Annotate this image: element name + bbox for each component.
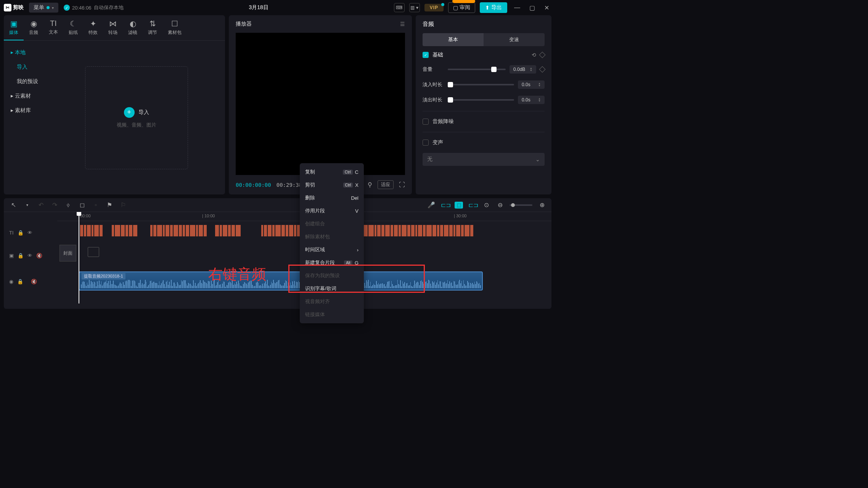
text-clip[interactable] — [174, 225, 178, 236]
magnet-icon[interactable]: ⊏⊐ — [441, 201, 449, 209]
text-clip[interactable] — [84, 225, 86, 236]
preview-icon[interactable]: ⊙ — [482, 201, 490, 209]
text-clip[interactable] — [449, 225, 453, 236]
lock-icon[interactable]: 🔒 — [18, 230, 24, 236]
text-clip[interactable] — [411, 225, 415, 236]
voice-select[interactable]: 无 ⌄ — [423, 153, 545, 166]
text-clip[interactable] — [220, 225, 222, 236]
text-clip[interactable] — [281, 225, 285, 236]
text-clip[interactable] — [402, 225, 407, 236]
text-clip[interactable] — [399, 225, 401, 236]
text-clip[interactable] — [377, 225, 381, 236]
tab-basic[interactable]: 基本 — [423, 33, 484, 46]
sidebar-item[interactable]: ▸ 本地 — [4, 45, 48, 60]
playhead[interactable] — [79, 212, 79, 303]
text-clip[interactable] — [215, 225, 219, 236]
text-clip[interactable] — [153, 225, 156, 236]
text-clip[interactable] — [286, 225, 288, 236]
zoom-out-icon[interactable]: ⊖ — [496, 201, 504, 209]
chevron-down-icon[interactable]: ▾ — [23, 203, 31, 207]
text-clip[interactable] — [375, 225, 376, 236]
lock-icon[interactable]: 🔒 — [17, 279, 23, 284]
media-tab-6[interactable]: ◐滤镜 — [123, 15, 143, 40]
text-clip[interactable] — [426, 225, 432, 236]
text-clip[interactable] — [204, 225, 207, 236]
menu-button[interactable]: 菜单 ▾ — [29, 3, 58, 13]
text-clip[interactable] — [470, 225, 473, 236]
text-clip[interactable] — [223, 225, 227, 236]
text-clip[interactable] — [465, 225, 469, 236]
tab-speed[interactable]: 变速 — [484, 33, 545, 46]
text-clip[interactable] — [112, 225, 114, 236]
lock-icon[interactable]: 🔒 — [18, 253, 24, 258]
context-menu-item[interactable]: 剪切CtrlX — [300, 178, 364, 191]
text-clip[interactable] — [231, 225, 235, 236]
text-clip[interactable] — [80, 225, 83, 236]
text-clip[interactable] — [179, 225, 182, 236]
fullscreen-icon[interactable]: ⛶ — [399, 181, 405, 188]
text-clip[interactable] — [385, 225, 390, 236]
text-clip[interactable] — [236, 225, 241, 236]
media-tab-2[interactable]: TI文本 — [43, 15, 63, 40]
reset-icon[interactable]: ⟲ — [532, 52, 536, 58]
text-clip[interactable] — [190, 225, 195, 236]
text-clip[interactable] — [264, 225, 267, 236]
checkbox-voice[interactable] — [423, 140, 429, 146]
review-button[interactable]: ▢ 审阅 — [448, 2, 475, 13]
text-clip[interactable] — [157, 225, 162, 236]
video-preview[interactable] — [236, 33, 405, 175]
keyframe-icon[interactable] — [539, 52, 546, 58]
text-clip[interactable] — [272, 225, 275, 236]
text-clip[interactable] — [199, 225, 203, 236]
text-clip[interactable] — [364, 225, 368, 236]
text-clip[interactable] — [275, 225, 281, 236]
text-clip[interactable] — [129, 225, 132, 236]
context-menu-item[interactable]: 新建复合片段AltG — [300, 256, 364, 269]
volume-value[interactable]: 0.0dB▲▼ — [510, 65, 536, 74]
zoom-icon[interactable]: ⚲ — [368, 181, 372, 188]
text-clip[interactable] — [133, 225, 137, 236]
text-clip[interactable] — [125, 225, 128, 236]
text-clip[interactable] — [368, 225, 374, 236]
mic-icon[interactable]: 🎤 — [427, 201, 436, 209]
text-clip[interactable] — [461, 225, 464, 236]
text-clip[interactable] — [456, 225, 460, 236]
zoom-slider[interactable] — [510, 204, 532, 206]
text-clip[interactable] — [115, 225, 120, 236]
keyboard-icon[interactable]: ⌨ — [394, 3, 405, 12]
context-menu-item[interactable]: 识别字幕/歌词 — [300, 282, 364, 295]
text-clip[interactable] — [432, 225, 436, 236]
flag-tool[interactable]: ⚑ — [105, 201, 114, 209]
text-clip[interactable] — [170, 225, 173, 236]
text-clip[interactable] — [289, 225, 293, 236]
text-clip[interactable] — [92, 225, 93, 236]
text-clip[interactable] — [121, 225, 125, 236]
sidebar-item[interactable]: ▸ 云素材 — [4, 89, 48, 103]
text-clip[interactable] — [418, 225, 422, 236]
text-clip[interactable] — [166, 225, 169, 236]
split-tool[interactable]: ⎀ — [64, 202, 72, 209]
fadein-slider[interactable] — [448, 84, 514, 85]
context-menu-item[interactable]: 删除Del — [300, 191, 364, 204]
fit-button[interactable]: 适应 — [378, 180, 394, 189]
maximize-button[interactable]: ▢ — [527, 4, 537, 11]
media-tab-5[interactable]: ⋈转场 — [103, 15, 123, 40]
text-clip[interactable] — [228, 225, 231, 236]
context-menu-item[interactable]: 时间区域› — [300, 243, 364, 256]
mute-icon[interactable]: 🔇 — [36, 253, 42, 258]
text-clip[interactable] — [294, 225, 296, 236]
undo-button[interactable]: ↶ — [37, 201, 45, 209]
media-tab-3[interactable]: ☾贴纸 — [63, 15, 83, 40]
text-clip[interactable] — [437, 225, 439, 236]
text-clip[interactable] — [444, 225, 448, 236]
cover-thumbnail[interactable]: 封面 — [59, 245, 76, 262]
context-menu-item[interactable]: 停用片段V — [300, 204, 364, 217]
text-clip[interactable] — [440, 225, 443, 236]
text-clip[interactable] — [150, 225, 153, 236]
crop-tool[interactable]: ◻ — [78, 201, 86, 209]
audio-clip[interactable]: 提取音频20230318-1 — [79, 271, 483, 291]
menu-icon[interactable]: ☰ — [400, 21, 405, 27]
context-menu-item[interactable]: 复制CtrlC — [300, 165, 364, 178]
vip-badge[interactable]: VIP — [424, 4, 444, 11]
volume-slider[interactable] — [448, 69, 506, 70]
